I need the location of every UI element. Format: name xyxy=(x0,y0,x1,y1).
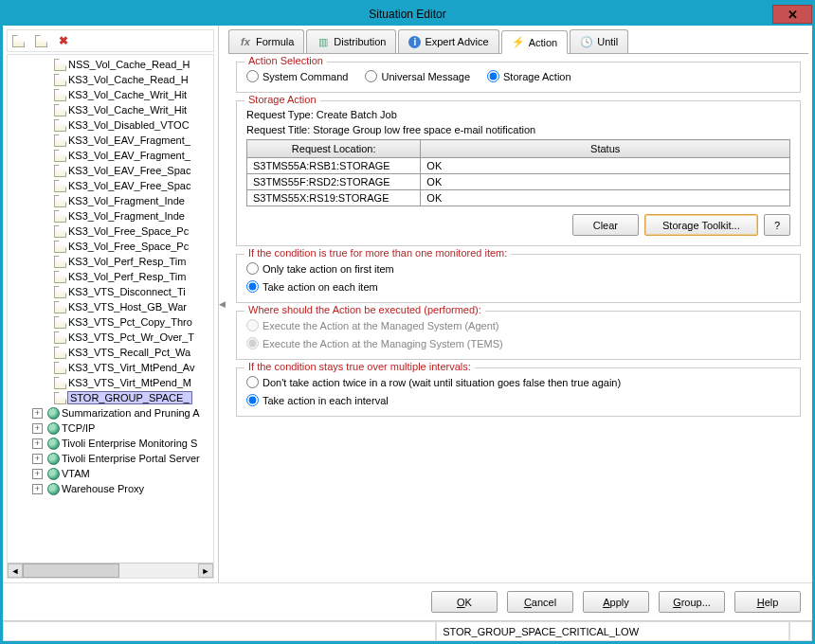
tree-item-label: Tivoli Enterprise Portal Server xyxy=(62,453,200,464)
close-button[interactable]: ✕ xyxy=(772,5,812,24)
status-end xyxy=(789,621,812,641)
col-location[interactable]: Request Location: xyxy=(247,140,421,158)
cancel-button[interactable]: Cancel xyxy=(507,591,573,613)
expander-icon[interactable]: + xyxy=(32,454,43,464)
radio-label: Don't take action twice in a row (wait u… xyxy=(263,377,621,388)
scroll-thumb[interactable] xyxy=(23,564,119,578)
tree-situation[interactable]: KS3_VTS_Pct_Copy_Thro xyxy=(8,314,213,330)
status-situation-name: STOR_GROUP_SPACE_CRITICAL_LOW xyxy=(436,621,789,641)
tab-label: Formula xyxy=(256,36,294,47)
tree-item-label: KS3_Vol_EAV_Fragment_ xyxy=(68,134,190,146)
tab-until[interactable]: 🕓 Until xyxy=(570,29,628,53)
copy-situation-button[interactable] xyxy=(32,32,49,49)
tree-situation[interactable]: KS3_Vol_EAV_Fragment_ xyxy=(8,133,213,148)
left-pane: ✖ NSS_Vol_Cache_Read_HKS3_Vol_Cache_Read… xyxy=(3,26,219,582)
tree-situation[interactable]: KS3_Vol_EAV_Fragment_ xyxy=(8,148,213,163)
radio-universal-message[interactable]: Universal Message xyxy=(365,70,470,82)
radio-each-item[interactable] xyxy=(246,280,259,293)
table-row[interactable]: S3TMS55F:RSD2:STORAGEOK xyxy=(247,174,790,190)
tree-item-label: KS3_VTS_Pct_Copy_Thro xyxy=(68,316,192,328)
document-icon xyxy=(12,35,25,47)
help-button[interactable]: Help xyxy=(734,591,801,613)
situation-tree[interactable]: NSS_Vol_Cache_Read_HKS3_Vol_Cache_Read_H… xyxy=(8,55,213,563)
tree-situation[interactable]: NSS_Vol_Cache_Read_H xyxy=(8,57,213,72)
cell-location: S3TMS55F:RSD2:STORAGE xyxy=(247,174,421,190)
tab-label: Until xyxy=(597,36,618,47)
tree-situation[interactable]: KS3_VTS_Recall_Pct_Wa xyxy=(8,345,213,360)
table-row[interactable]: S3TMS55A:RSB1:STORAGEOK xyxy=(247,158,790,174)
tree-situation[interactable]: KS3_Vol_Disabled_VTOC xyxy=(8,117,213,133)
tree-category[interactable]: +Summarization and Pruning A xyxy=(8,405,213,420)
tree-situation[interactable]: KS3_VTS_Virt_MtPend_M xyxy=(8,375,213,390)
tree-situation[interactable]: KS3_Vol_Cache_Read_H xyxy=(8,72,213,87)
expander-icon[interactable]: + xyxy=(32,423,43,434)
expander-icon[interactable]: + xyxy=(32,469,43,479)
tree-item-label: KS3_Vol_Free_Space_Pc xyxy=(68,241,189,252)
help-question-button[interactable]: ? xyxy=(764,214,790,236)
multi-item-group: If the condition is true for more than o… xyxy=(236,254,801,303)
expander-icon[interactable]: + xyxy=(32,484,43,494)
tab-expert-advice[interactable]: i Expert Advice xyxy=(398,29,498,53)
tree-hscrollbar[interactable]: ◄ ► xyxy=(8,563,213,578)
situation-icon xyxy=(53,361,66,374)
globe-icon xyxy=(46,421,60,435)
tab-distribution[interactable]: ▥ Distribution xyxy=(306,29,396,53)
tree-situation[interactable]: KS3_Vol_EAV_Free_Spac xyxy=(8,163,213,178)
tree-situation[interactable]: KS3_VTS_Host_GB_War xyxy=(8,299,213,314)
situation-icon xyxy=(53,179,66,192)
radio-system-command[interactable]: System Command xyxy=(246,70,348,82)
tree-category[interactable]: +Tivoli Enterprise Monitoring S xyxy=(8,436,213,451)
delete-situation-button[interactable]: ✖ xyxy=(55,32,72,49)
tree-item-label: KS3_VTS_Virt_MtPend_M xyxy=(68,377,191,388)
group-title: If the condition is true for more than o… xyxy=(244,247,511,259)
tree-category[interactable]: +Tivoli Enterprise Portal Server xyxy=(8,451,213,466)
tree-situation[interactable]: KS3_Vol_Fragment_Inde xyxy=(8,193,213,208)
cell-location: S3TMS55A:RSB1:STORAGE xyxy=(247,158,421,174)
radio-not-twice[interactable] xyxy=(246,376,259,388)
radio-each-interval[interactable] xyxy=(246,394,259,406)
globe-icon xyxy=(46,406,60,420)
tree-situation[interactable]: KS3_VTS_Virt_MtPend_Av xyxy=(8,360,213,375)
tab-action[interactable]: ⚡ Action xyxy=(501,30,569,54)
tree-situation[interactable]: KS3_Vol_EAV_Free_Spac xyxy=(8,178,213,193)
tree-situation[interactable]: KS3_VTS_Disconnect_Ti xyxy=(8,284,213,299)
tree-situation[interactable]: KS3_Vol_Perf_Resp_Tim xyxy=(8,254,213,269)
tree-situation[interactable]: KS3_VTS_Pct_Wr_Over_T xyxy=(8,330,213,345)
radio-first-item[interactable] xyxy=(246,262,259,275)
request-title-label: Request Title: xyxy=(246,124,310,135)
new-situation-button[interactable] xyxy=(9,32,27,49)
tree-situation[interactable]: KS3_Vol_Fragment_Inde xyxy=(8,208,213,224)
window-title: Situation Editor xyxy=(369,8,445,21)
tree-situation[interactable]: KS3_Vol_Free_Space_Pc xyxy=(8,224,213,239)
distribution-icon: ▥ xyxy=(317,35,330,48)
globe-icon xyxy=(46,452,60,465)
ok-button[interactable]: OK xyxy=(431,591,498,613)
tree-situation[interactable]: STOR_GROUP_SPACE_ xyxy=(8,390,213,405)
scroll-right-icon[interactable]: ► xyxy=(198,564,213,578)
radio-storage-action[interactable]: Storage Action xyxy=(487,70,571,82)
tree-situation[interactable]: KS3_Vol_Cache_Writ_Hit xyxy=(8,87,213,102)
tree-situation[interactable]: KS3_Vol_Perf_Resp_Tim xyxy=(8,269,213,284)
clear-button[interactable]: Clear xyxy=(572,214,639,236)
radio-exec-agent xyxy=(246,319,259,331)
tree-situation[interactable]: KS3_Vol_Cache_Writ_Hit xyxy=(8,102,213,117)
tree-category[interactable]: +Warehouse Proxy xyxy=(8,481,213,496)
group-button[interactable]: Group... xyxy=(659,591,725,613)
col-status[interactable]: Status xyxy=(421,140,790,158)
tree-situation[interactable]: KS3_Vol_Free_Space_Pc xyxy=(8,239,213,254)
expander-icon[interactable]: + xyxy=(32,408,43,419)
storage-toolkit-button[interactable]: Storage Toolkit... xyxy=(644,214,758,236)
situation-icon xyxy=(53,331,66,344)
group-title: Action Selection xyxy=(244,55,327,66)
tab-formula[interactable]: fx Formula xyxy=(228,29,304,53)
table-row[interactable]: S3TMS55X:RS19:STORAGEOK xyxy=(247,190,790,206)
scroll-left-icon[interactable]: ◄ xyxy=(8,564,23,578)
radio-label: Take action on each item xyxy=(263,281,378,293)
apply-button[interactable]: Apply xyxy=(583,591,649,613)
titlebar: Situation Editor ✕ xyxy=(3,3,812,26)
expander-icon[interactable]: + xyxy=(32,438,43,449)
tree-item-label: KS3_Vol_Disabled_VTOC xyxy=(68,119,190,131)
tree-category[interactable]: +TCP/IP xyxy=(8,420,213,436)
tree-category[interactable]: +VTAM xyxy=(8,466,213,481)
cell-status: OK xyxy=(421,190,790,206)
